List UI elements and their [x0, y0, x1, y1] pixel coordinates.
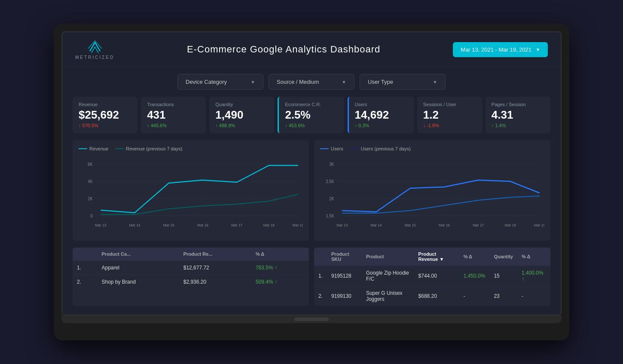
row-change: 783.5% ↑	[251, 260, 309, 275]
kpi-cr-label: Ecommerce C.R.	[285, 102, 338, 107]
kpi-cr-change: ↑ 453.6%	[285, 123, 338, 128]
svg-text:Mar 14: Mar 14	[129, 223, 140, 227]
user-type-filter[interactable]: User Type ▼	[360, 74, 446, 90]
row-revenue: $2,936.20	[179, 275, 251, 289]
revenue-line-icon	[79, 148, 87, 149]
svg-text:Mar 19: Mar 19	[293, 223, 303, 227]
svg-text:Mar 18: Mar 18	[505, 223, 516, 227]
table-row: 1. 9195128 Google Zip Hoodie F/C $744.00…	[314, 266, 550, 286]
users-line-icon	[320, 148, 329, 149]
revenue-prev-line-icon	[115, 148, 124, 149]
chevron-down-icon: ▼	[250, 80, 255, 85]
main-content: Device Category ▼ Source / Medium ▼ User…	[62, 67, 561, 315]
users-legend-previous: Users (previous 7 days)	[350, 146, 411, 151]
col-change1: % Δ	[459, 248, 490, 266]
col-change: % Δ	[251, 248, 309, 261]
row-category: Shop by Brand	[97, 275, 179, 289]
chevron-down-icon: ▼	[433, 80, 437, 85]
revenue-legend-previous: Revenue (previous 7 days)	[115, 146, 182, 151]
kpi-revenue: Revenue $25,692 ↑ 570.5%	[73, 97, 137, 133]
screen: METRICIZED E-Commerce Google Analytics D…	[61, 31, 562, 315]
laptop-notch	[294, 318, 329, 321]
kpi-sessions-value: 1.2	[423, 109, 476, 121]
svg-text:0: 0	[90, 213, 92, 218]
revenue-chart-svg: 6K 4K 2K 0 Mar 13 Mar 14 Mar 15 Mar 16 M…	[79, 156, 303, 233]
users-legend-current: Users	[320, 146, 343, 151]
kpi-revenue-label: Revenue	[79, 102, 131, 107]
revenue-legend-current-label: Revenue	[89, 146, 108, 151]
col-change2: % Δ	[517, 248, 550, 266]
logo-area: METRICIZED	[75, 39, 114, 60]
svg-text:1.5K: 1.5K	[326, 213, 334, 218]
svg-text:Mar 19: Mar 19	[534, 223, 544, 227]
row-sku: 9199130	[327, 286, 362, 306]
product-category-table: Product Ca... Product Re... % Δ 1. Appar…	[73, 248, 309, 306]
row-qty: 15	[489, 266, 517, 286]
row-sku: 9195128	[327, 266, 362, 286]
row-num: 2.	[314, 286, 327, 306]
kpi-users-value: 14,692	[355, 109, 408, 121]
svg-text:2K: 2K	[88, 196, 93, 201]
svg-text:Mar 14: Mar 14	[370, 223, 382, 227]
table-row: 2. 9199130 Super G Unisex Joggers $688.2…	[314, 286, 550, 306]
col-product-revenue: Product Re...	[179, 248, 251, 261]
source-medium-filter[interactable]: Source / Medium ▼	[269, 74, 354, 90]
kpi-quantity: Quantity 1,490 ↑ 488.9%	[209, 97, 274, 133]
users-legend-previous-label: Users (previous 7 days)	[361, 146, 411, 151]
row-num: 1.	[73, 260, 97, 275]
kpi-revenue-change: ↑ 570.5%	[79, 123, 131, 128]
kpi-pages-value: 4.31	[492, 109, 544, 121]
row-num: 1.	[314, 266, 327, 286]
kpi-quantity-value: 1,490	[215, 109, 268, 121]
col-product-category: Product Ca...	[97, 248, 179, 261]
svg-text:Mar 17: Mar 17	[473, 223, 484, 227]
row-revenue: $744.00	[414, 266, 459, 286]
revenue-chart: Revenue Revenue (previous 7 days)	[73, 140, 309, 241]
row-change: 509.4% ↑	[251, 275, 309, 289]
kpi-sessions-user: Sessions / User 1.2 ↓ -1.8%	[417, 97, 482, 133]
kpi-transactions: Transactions 431 ↑ 445.6%	[141, 97, 206, 133]
svg-text:2K: 2K	[329, 196, 334, 201]
kpi-pages-session: Pages / Session 4.31 ↑ 1.4%	[486, 97, 550, 133]
logo-text: METRICIZED	[75, 55, 114, 60]
revenue-legend-previous-label: Revenue (previous 7 days)	[126, 146, 182, 151]
row-change1: 1,450.0%	[459, 266, 490, 286]
svg-text:Mar 15: Mar 15	[405, 223, 416, 227]
user-type-label: User Type	[368, 79, 393, 85]
kpi-transactions-change: ↑ 445.6%	[147, 123, 200, 128]
kpi-transactions-label: Transactions	[147, 102, 200, 107]
kpi-quantity-label: Quantity	[215, 102, 268, 107]
device-category-filter[interactable]: Device Category ▼	[177, 74, 263, 90]
svg-text:3K: 3K	[329, 162, 334, 166]
users-chart-legend: Users Users (previous 7 days)	[320, 146, 544, 151]
revenue-legend-current: Revenue	[79, 146, 108, 151]
table-header-row: Product Ca... Product Re... % Δ	[73, 248, 309, 261]
svg-text:6K: 6K	[88, 162, 93, 166]
row-change2: -	[517, 286, 550, 306]
laptop-base	[61, 315, 562, 323]
row-product: Super G Unisex Joggers	[362, 286, 414, 306]
svg-text:Mar 13: Mar 13	[95, 223, 106, 227]
laptop-frame: METRICIZED E-Commerce Google Analytics D…	[54, 24, 569, 340]
chevron-down-icon: ▼	[342, 80, 346, 85]
header: METRICIZED E-Commerce Google Analytics D…	[62, 32, 561, 67]
row-change2: 1,400.0% ↑	[517, 266, 550, 286]
kpi-ecommerce-cr: Ecommerce C.R. 2.5% ↑ 453.6%	[278, 97, 344, 133]
source-medium-label: Source / Medium	[277, 79, 319, 85]
kpi-sessions-label: Sessions / User	[423, 102, 476, 107]
filters-row: Device Category ▼ Source / Medium ▼ User…	[73, 74, 550, 90]
svg-text:Mar 16: Mar 16	[439, 223, 450, 227]
charts-row: Revenue Revenue (previous 7 days)	[73, 140, 550, 241]
col-num	[314, 248, 327, 266]
product-sku-table-element: Product SKU Product Product Revenue ▼ % …	[314, 248, 550, 306]
kpi-revenue-value: $25,692	[79, 109, 131, 121]
date-range-picker[interactable]: Mar 13, 2021 - Mar 19, 2021 ▼	[453, 42, 548, 57]
col-product-revenue[interactable]: Product Revenue ▼	[414, 248, 459, 266]
svg-text:Mar 13: Mar 13	[336, 223, 348, 227]
kpi-transactions-value: 431	[147, 109, 200, 121]
svg-text:4K: 4K	[88, 179, 93, 184]
svg-text:Mar 15: Mar 15	[163, 223, 174, 227]
device-category-label: Device Category	[186, 79, 227, 85]
kpi-users-change: ↑ 0.3%	[355, 123, 408, 128]
users-chart: Users Users (previous 7 days)	[314, 140, 550, 241]
